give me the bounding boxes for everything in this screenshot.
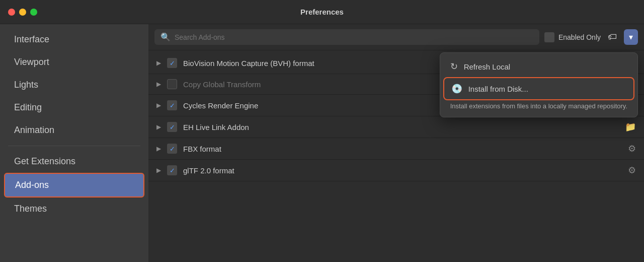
chevron-right-icon: ▶ (156, 167, 161, 174)
sidebar-item-editing[interactable]: Editing (4, 96, 144, 119)
chevron-right-icon: ▶ (156, 123, 161, 130)
addon-checkbox-cycles[interactable] (167, 100, 177, 110)
maximize-button[interactable] (30, 9, 37, 16)
sidebar-item-themes[interactable]: Themes (4, 198, 144, 220)
dropdown-item-install-from-disk[interactable]: 💿 Install from Disk... (443, 77, 634, 100)
enabled-only-container: Enabled Only (544, 32, 601, 42)
dropdown-item-refresh-local[interactable]: ↻ Refresh Local (443, 56, 634, 77)
sidebar: Interface Viewport Lights Editing Animat… (0, 24, 148, 262)
addon-checkbox-copy-global[interactable] (167, 79, 177, 89)
addon-row-eh-live[interactable]: ▶ EH Live Link Addon 📁 (148, 116, 644, 138)
install-from-disk-label: Install from Disk... (468, 85, 528, 93)
sidebar-label-viewport: Viewport (14, 57, 49, 67)
addon-row-fbx[interactable]: ▶ FBX format ⚙ (148, 138, 644, 160)
minimize-button[interactable] (19, 9, 26, 16)
chevron-right-icon: ▶ (156, 145, 161, 152)
chevron-right-icon: ▶ (156, 81, 161, 88)
close-button[interactable] (8, 9, 15, 16)
blender-icon-fbx: ⚙ (628, 143, 636, 154)
search-input[interactable] (175, 33, 533, 41)
folder-icon-eh-live: 📁 (625, 121, 636, 133)
sidebar-label-animation: Animation (14, 125, 54, 135)
search-icon: 🔍 (160, 32, 171, 42)
sidebar-label-editing: Editing (14, 102, 42, 112)
sidebar-label-themes: Themes (14, 204, 47, 214)
sidebar-item-animation[interactable]: Animation (4, 119, 144, 142)
enabled-only-label: Enabled Only (558, 33, 601, 41)
chevron-right-icon: ▶ (156, 102, 161, 109)
sidebar-item-lights[interactable]: Lights (4, 74, 144, 96)
window-controls (8, 9, 37, 16)
toolbar: 🔍 Enabled Only 🏷 ▾ (148, 24, 644, 50)
addon-row-gltf[interactable]: ▶ glTF 2.0 format ⚙ (148, 160, 644, 181)
addon-checkbox-biovision[interactable] (167, 58, 177, 68)
addon-checkbox-fbx[interactable] (167, 144, 177, 154)
install-icon: 💿 (451, 83, 462, 94)
sidebar-item-interface[interactable]: Interface (4, 28, 144, 51)
addon-checkbox-eh-live[interactable] (167, 122, 177, 132)
dropdown-button[interactable]: ▾ (624, 29, 638, 45)
sidebar-item-get-extensions[interactable]: Get Extensions (4, 150, 144, 173)
dropdown-menu: ↻ Refresh Local 💿 Install from Disk... I… (440, 52, 638, 117)
addon-name-gltf: glTF 2.0 format (183, 166, 622, 175)
addon-name-eh-live: EH Live Link Addon (183, 123, 619, 132)
addon-checkbox-gltf[interactable] (167, 165, 177, 175)
refresh-icon: ↻ (450, 61, 458, 72)
addon-name-fbx: FBX format (183, 145, 622, 153)
blender-icon-gltf: ⚙ (628, 165, 636, 176)
chevron-right-icon: ▶ (156, 59, 161, 67)
main-container: Interface Viewport Lights Editing Animat… (0, 24, 644, 262)
dropdown-tooltip: Install extensions from files into a loc… (443, 100, 634, 114)
sidebar-item-add-ons[interactable]: Add-ons (4, 173, 144, 198)
refresh-local-label: Refresh Local (464, 62, 511, 71)
chevron-down-icon: ▾ (629, 32, 633, 42)
title-bar: Preferences (0, 0, 644, 24)
sidebar-label-get-extensions: Get Extensions (14, 156, 75, 166)
tag-icon[interactable]: 🏷 (606, 30, 619, 44)
sidebar-divider (8, 146, 140, 146)
sidebar-label-add-ons: Add-ons (15, 180, 49, 190)
sidebar-label-interface: Interface (14, 34, 49, 44)
enabled-only-checkbox[interactable] (544, 32, 554, 42)
content-area: 🔍 Enabled Only 🏷 ▾ ▶ BioVision Motion Ca… (148, 24, 644, 262)
window-title: Preferences (300, 8, 344, 16)
search-container: 🔍 (154, 29, 539, 45)
sidebar-item-viewport[interactable]: Viewport (4, 51, 144, 74)
sidebar-label-lights: Lights (14, 80, 38, 90)
